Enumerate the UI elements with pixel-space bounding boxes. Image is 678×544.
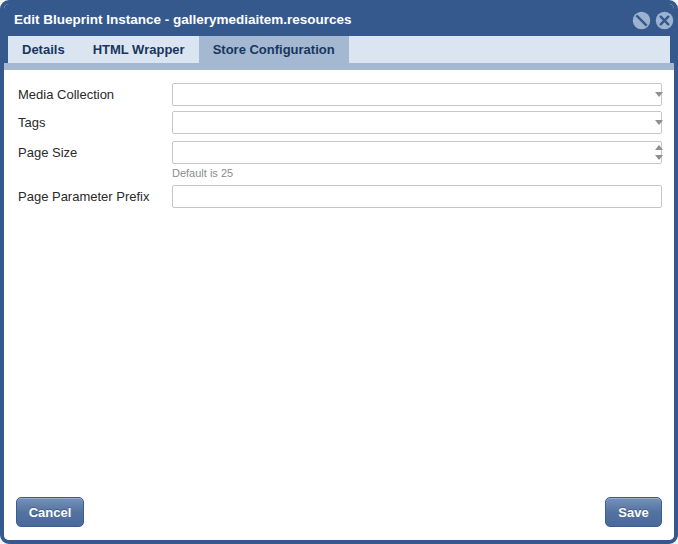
tags-select[interactable] xyxy=(172,111,662,134)
media-collection-select[interactable] xyxy=(172,83,662,106)
tab-details[interactable]: Details xyxy=(8,36,79,63)
tab-details-label: Details xyxy=(22,42,65,57)
tab-bar: Details HTML Wrapper Store Configuration xyxy=(4,36,674,63)
tab-html-wrapper-label: HTML Wrapper xyxy=(93,42,185,57)
tab-store-configuration-label: Store Configuration xyxy=(213,42,335,57)
store-configuration-panel: Media Collection Tags Page Size Default … xyxy=(4,70,674,540)
chevron-down-icon[interactable] xyxy=(655,120,663,125)
block-icon[interactable] xyxy=(632,11,651,30)
titlebar-controls xyxy=(632,4,674,36)
cancel-button[interactable]: Cancel xyxy=(16,497,84,527)
page-parameter-prefix-label: Page Parameter Prefix xyxy=(18,185,150,208)
tags-label: Tags xyxy=(18,111,45,134)
tab-store-configuration[interactable]: Store Configuration xyxy=(199,36,349,63)
close-icon[interactable] xyxy=(655,11,674,30)
chevron-down-icon[interactable] xyxy=(655,92,663,97)
page-size-stepper[interactable] xyxy=(655,145,664,160)
tab-list: Details HTML Wrapper Store Configuration xyxy=(8,36,670,63)
page-size-input[interactable] xyxy=(172,141,662,164)
close-icon-glyph xyxy=(655,11,674,30)
dialog-titlebar: Edit Blueprint Instance - gallerymediait… xyxy=(4,4,674,36)
block-icon-glyph xyxy=(632,11,651,30)
active-tab-strip xyxy=(4,63,674,70)
media-collection-label: Media Collection xyxy=(18,83,114,106)
tab-html-wrapper[interactable]: HTML Wrapper xyxy=(79,36,199,63)
spinner-up-icon[interactable] xyxy=(655,145,663,150)
edit-blueprint-instance-dialog: Edit Blueprint Instance - gallerymediait… xyxy=(0,0,678,544)
dialog-title: Edit Blueprint Instance - gallerymediait… xyxy=(14,4,352,36)
spinner-down-icon[interactable] xyxy=(655,155,663,160)
page-size-helper-text: Default is 25 xyxy=(172,167,233,179)
save-button[interactable]: Save xyxy=(605,497,662,527)
page-size-label: Page Size xyxy=(18,141,77,164)
page-parameter-prefix-input[interactable] xyxy=(172,185,662,208)
